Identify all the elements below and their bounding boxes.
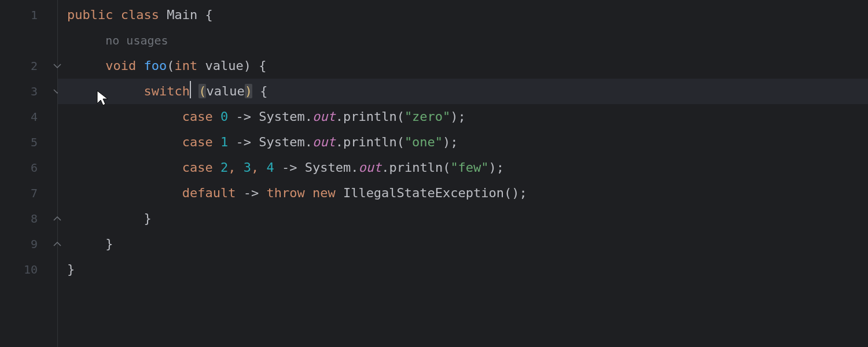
dot: . <box>336 135 343 149</box>
brace: { <box>260 84 267 98</box>
arrow: -> <box>282 160 297 175</box>
code-line[interactable]: case 1 -> System.out.println("one"); <box>67 130 868 155</box>
keyword-default: default <box>182 186 236 200</box>
code-line[interactable]: } <box>67 257 868 282</box>
code-line[interactable]: default -> throw new IllegalStateExcepti… <box>67 180 868 206</box>
dot: . <box>336 109 343 124</box>
empty-args: () <box>504 186 520 200</box>
gutter-row: 3 <box>0 79 57 104</box>
keyword-int: int <box>174 58 197 73</box>
line-number: 2 <box>31 53 38 79</box>
keyword-case: case <box>182 160 213 175</box>
class-ref: System <box>259 109 304 124</box>
class-ref: System <box>305 160 351 175</box>
paren-match: ( <box>198 84 206 98</box>
keyword-throw: throw <box>266 186 304 200</box>
number-literal: 1 <box>220 135 228 149</box>
static-field: out <box>312 109 336 124</box>
arrow: -> <box>244 186 259 200</box>
number-literal: 0 <box>220 109 228 124</box>
semicolon: ; <box>496 160 504 175</box>
method-call: println <box>343 109 397 124</box>
code-line-active[interactable]: switch (value) { <box>58 79 868 104</box>
code-line[interactable]: } <box>67 231 868 257</box>
line-number: 3 <box>31 79 38 104</box>
identifier: value <box>206 84 244 98</box>
inlay-hint-row: no usages <box>67 28 868 53</box>
gutter-row: 2 <box>0 53 57 79</box>
paren-match: ) <box>245 84 252 98</box>
string-literal: "one" <box>404 135 443 149</box>
brace: } <box>144 211 151 226</box>
number-literal: 3 <box>244 160 251 175</box>
gutter-row: 1 <box>0 2 57 28</box>
gutter-row: 7 <box>0 180 57 206</box>
line-number: 8 <box>31 206 38 231</box>
number-literal: 2 <box>220 160 228 175</box>
dot: . <box>381 160 389 175</box>
semicolon: ; <box>458 109 466 124</box>
code-area[interactable]: public class Main { no usages void foo(i… <box>58 0 868 347</box>
semicolon: ; <box>450 135 458 149</box>
string-literal: "zero" <box>404 109 450 124</box>
code-line[interactable]: public class Main { <box>67 2 868 28</box>
keyword-switch: switch <box>144 84 189 98</box>
comma: , <box>228 160 236 175</box>
brace: { <box>259 58 266 73</box>
keyword-public: public <box>67 8 113 22</box>
paren: ) <box>443 135 450 149</box>
code-line[interactable]: case 2, 3, 4 -> System.out.println("few"… <box>67 155 868 180</box>
code-line[interactable]: case 0 -> System.out.println("zero"); <box>67 104 868 130</box>
paren: ( <box>443 160 450 175</box>
line-number: 10 <box>24 257 38 282</box>
gutter-row: 4 <box>0 104 57 130</box>
gutter: 1 2 3 4 5 6 7 8 9 <box>0 0 58 347</box>
keyword-new: new <box>312 186 336 200</box>
usages-hint[interactable]: no usages <box>105 34 168 47</box>
static-field: out <box>358 160 381 175</box>
keyword-case: case <box>182 135 213 149</box>
number-literal: 4 <box>266 160 274 175</box>
string-literal: "few" <box>450 160 488 175</box>
method-call: println <box>343 135 397 149</box>
param-name: value <box>205 58 243 73</box>
paren: ) <box>244 58 251 73</box>
static-field: out <box>312 135 336 149</box>
semicolon: ; <box>520 186 527 200</box>
line-number: 1 <box>31 2 38 28</box>
comma: , <box>251 160 259 175</box>
brace: { <box>205 8 212 22</box>
gutter-row: 9 <box>0 231 57 257</box>
keyword-class: class <box>121 8 159 22</box>
line-number: 9 <box>31 231 38 257</box>
code-line[interactable]: } <box>67 206 868 231</box>
paren: ) <box>450 109 458 124</box>
paren: ) <box>489 160 496 175</box>
method-name: foo <box>144 58 167 73</box>
gutter-row: 8 <box>0 206 57 231</box>
gutter-row-hint <box>0 28 57 53</box>
line-number: 7 <box>31 180 38 206</box>
gutter-row: 5 <box>0 130 57 155</box>
dot: . <box>305 135 312 149</box>
dot: . <box>305 109 312 124</box>
gutter-row: 10 <box>0 257 57 282</box>
brace: } <box>67 262 75 276</box>
class-name: Main <box>167 8 197 22</box>
paren: ( <box>397 109 404 124</box>
line-number: 5 <box>31 130 38 155</box>
brace: } <box>105 237 113 251</box>
text-caret <box>190 81 191 98</box>
gutter-row: 6 <box>0 155 57 180</box>
paren: ( <box>167 58 174 73</box>
class-ref: IllegalStateException <box>343 186 504 200</box>
class-ref: System <box>259 135 304 149</box>
code-line[interactable]: void foo(int value) { <box>67 53 868 79</box>
code-editor[interactable]: 1 2 3 4 5 6 7 8 9 <box>0 0 868 347</box>
keyword-void: void <box>105 58 136 73</box>
arrow: -> <box>236 109 251 124</box>
arrow: -> <box>236 135 251 149</box>
dot: . <box>351 160 358 175</box>
line-number: 6 <box>31 155 38 180</box>
method-call: println <box>389 160 443 175</box>
